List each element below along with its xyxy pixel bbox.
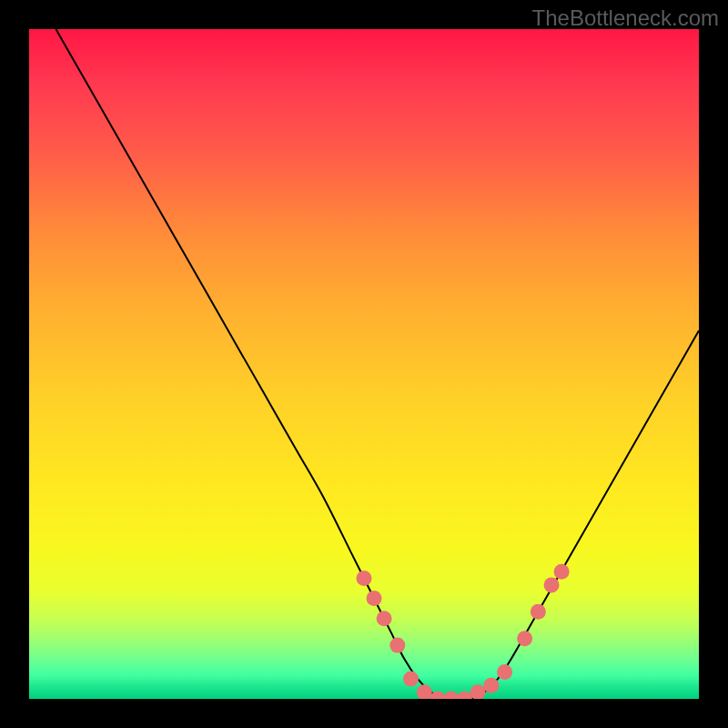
curve-marker <box>367 591 382 606</box>
curve-marker <box>377 611 392 626</box>
curve-marker <box>443 692 459 700</box>
curve-marker <box>544 577 560 592</box>
curve-marker <box>357 571 372 586</box>
curve-marker <box>497 664 512 680</box>
curve-marker <box>417 684 432 699</box>
curve-marker <box>470 684 486 699</box>
curve-marker <box>403 671 419 686</box>
curve-markers <box>357 564 570 699</box>
curve-marker <box>531 604 546 620</box>
curve-marker <box>554 564 570 580</box>
curve-marker <box>457 692 472 700</box>
chart-plot-area <box>29 29 699 699</box>
chart-svg <box>29 29 699 699</box>
curve-marker <box>483 678 499 693</box>
curve-marker <box>517 631 532 646</box>
watermark-text: TheBottleneck.com <box>532 5 719 31</box>
curve-marker <box>389 638 405 653</box>
